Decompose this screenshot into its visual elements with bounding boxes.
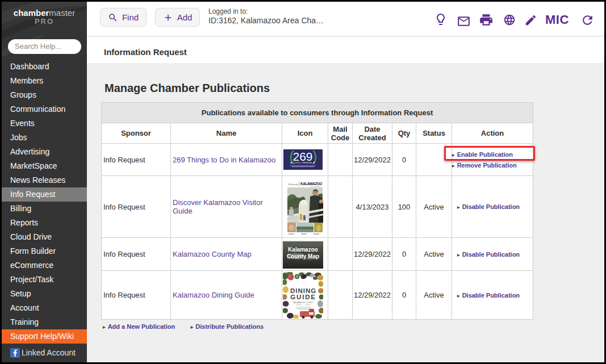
svg-text:Discover: Discover [288,182,298,185]
svg-text:County Map: County Map [287,253,319,260]
svg-text:KALAMAZOO COUNTY: KALAMAZOO COUNTY [293,302,314,304]
svg-text:✱ COOL THINGS ✱: ✱ COOL THINGS ✱ [290,161,315,164]
svg-text:GUIDE: GUIDE [290,293,316,300]
svg-text:KALAMAZOO: KALAMAZOO [300,182,322,186]
svg-text:Kalamazoo: Kalamazoo [288,246,318,253]
